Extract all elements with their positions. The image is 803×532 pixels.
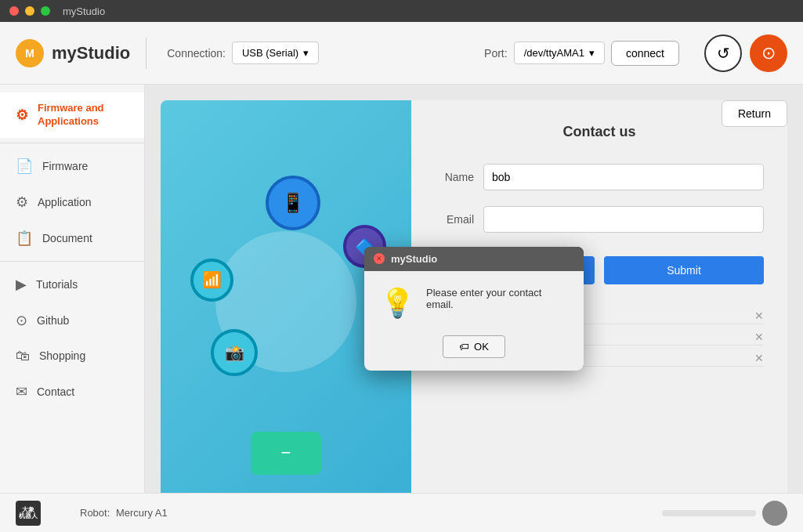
dialog-close-button[interactable]: ✕ [374,253,385,264]
titlebar-title: myStudio [63,5,105,17]
connection-label: Connection: [167,47,226,60]
footer-logo: 大象机器人 [16,501,71,526]
shopping-icon: 🛍 [16,348,30,364]
sidebar-label-document: Document [42,232,92,244]
sidebar-item-firmware[interactable]: 📄 Firmware [0,148,144,184]
dialog-overlay: ✕ myStudio 💡 Please enter your contact e… [145,85,803,532]
connection-area: Connection: USB (Serial) ▾ [167,42,319,64]
dialog-message: Please enter your contact email. [426,287,568,310]
info-icon: 💡 [380,287,415,320]
sidebar-item-label: Firmware andApplications [38,102,104,128]
dialog-box: ✕ myStudio 💡 Please enter your contact e… [364,247,584,371]
refresh-button[interactable]: ↺ [704,34,742,72]
ok-label: OK [474,341,489,353]
tag-icon: 🏷 [459,341,469,353]
connection-value: USB (Serial) [242,47,298,59]
port-select[interactable]: /dev/ttyAMA1 ▾ [514,42,605,64]
tutorials-icon: ▶ [16,276,27,293]
sidebar-label-github: Github [37,314,69,327]
header: M myStudio Connection: USB (Serial) ▾ Po… [0,22,803,85]
sidebar-label-shopping: Shopping [39,349,85,362]
sidebar-item-github[interactable]: ⊙ Github [0,302,144,338]
firmware-apps-icon: ⚙ [16,107,28,124]
titlebar: myStudio [0,0,803,22]
power-icon: ⊙ [761,43,776,63]
sidebar-label-contact: Contact [37,385,74,398]
connect-button[interactable]: connect [611,41,679,66]
dialog-title: myStudio [391,253,437,265]
sidebar-divider-2 [0,261,144,262]
chevron-down-icon: ▾ [589,47,595,59]
document-icon: 📋 [16,230,33,247]
sidebar-item-document[interactable]: 📋 Document [0,220,144,256]
dialog-titlebar: ✕ myStudio [364,247,584,271]
sidebar-label-application: Application [38,196,92,208]
logo-area: M myStudio [16,38,146,69]
sidebar-item-application[interactable]: ⚙ Application [0,184,144,220]
port-value: /dev/ttyAMA1 [524,47,584,59]
main-layout: ⚙ Firmware andApplications 📄 Firmware ⚙ … [0,85,803,532]
sidebar-item-firmware-apps[interactable]: ⚙ Firmware andApplications [0,92,144,138]
port-area: Port: /dev/ttyAMA1 ▾ connect [484,41,679,66]
sidebar-label-firmware: Firmware [42,160,88,172]
content-area: Return 📱 📶 🔷 [145,85,803,532]
app-title: myStudio [52,43,130,63]
dialog-buttons: 🏷 OK [364,335,584,371]
sidebar: ⚙ Firmware andApplications 📄 Firmware ⚙ … [0,85,145,532]
elephant-robotics-logo: 大象机器人 [16,501,41,526]
application-icon: ⚙ [16,194,28,211]
chevron-down-icon: ▾ [303,47,309,59]
header-icons: ↺ ⊙ [704,34,787,72]
firmware-icon: 📄 [16,157,33,175]
maximize-btn[interactable] [41,6,50,16]
connection-select[interactable]: USB (Serial) ▾ [232,42,319,64]
contact-icon: ✉ [16,383,27,400]
sidebar-divider-1 [0,143,144,143]
sidebar-label-tutorials: Tutorials [36,278,78,291]
logo-icon: M [16,39,44,67]
minimize-btn[interactable] [25,6,34,16]
close-btn[interactable] [9,6,19,16]
github-icon: ⊙ [16,312,27,329]
port-label: Port: [484,47,508,60]
dialog-content: 💡 Please enter your contact email. [364,271,584,335]
sidebar-item-tutorials[interactable]: ▶ Tutorials [0,266,144,302]
sidebar-item-shopping[interactable]: 🛍 Shopping [0,338,144,374]
sidebar-item-contact[interactable]: ✉ Contact [0,374,144,410]
power-button[interactable]: ⊙ [750,34,787,72]
logo-letter: M [25,47,34,60]
dialog-ok-button[interactable]: 🏷 OK [443,335,505,358]
refresh-icon: ↺ [717,44,730,63]
